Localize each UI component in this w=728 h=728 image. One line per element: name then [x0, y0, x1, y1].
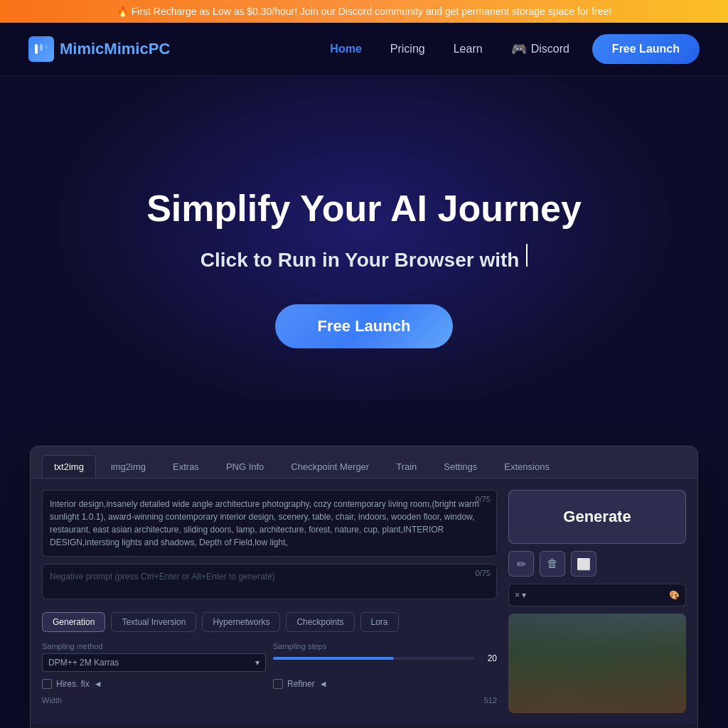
style-selector-value: × ▾ [515, 590, 526, 600]
prompt-token-count: 0/75 [476, 495, 491, 503]
width-row: Width 512 [42, 696, 497, 707]
hero-free-launch-button[interactable]: Free Launch [275, 304, 454, 348]
refiner-checkbox-row[interactable]: Refiner ◄ [273, 679, 497, 689]
sampling-steps-slider[interactable]: 20 [273, 653, 497, 663]
style-apply-icon[interactable]: 🎨 [669, 590, 680, 600]
width-value: 512 [484, 696, 497, 705]
tab-train[interactable]: Train [384, 455, 429, 478]
neg-prompt-placeholder: Negative prompt (press Ctrl+Enter or Alt… [50, 572, 489, 582]
clipboard-icon-button[interactable]: ⬜ [571, 551, 596, 577]
svg-rect-1 [40, 44, 43, 51]
svg-rect-2 [45, 44, 48, 49]
sub-tab-hypernetworks[interactable]: Hypernetworks [202, 612, 280, 632]
nav-pricing[interactable]: Pricing [390, 43, 425, 55]
app-screenshot: txt2img img2img Extras PNG Info Checkpoi… [30, 446, 698, 728]
refiner-label: Refiner [287, 679, 315, 689]
refiner-arrow-icon: ◄ [319, 679, 328, 689]
app-right-panel: Generate ✏ 🗑 ⬜ × ▾ 🎨 [508, 490, 686, 713]
negative-prompt-box[interactable]: Negative prompt (press Ctrl+Enter or Alt… [42, 564, 497, 599]
hero-headline: Simplify Your AI Journey [146, 188, 582, 230]
trash-icon-button[interactable]: 🗑 [540, 551, 565, 577]
generate-button[interactable]: Generate [508, 490, 686, 544]
steps-slider-fill [273, 657, 394, 660]
banner-text: 🔥 First Recharge as Low as $0.30/hour! J… [117, 6, 611, 17]
steps-value: 20 [480, 653, 497, 663]
style-selector[interactable]: × ▾ 🎨 [508, 584, 686, 606]
sub-tab-textual-inversion[interactable]: Textual Inversion [111, 612, 196, 632]
tab-png-info[interactable]: PNG Info [214, 455, 276, 478]
refiner-checkbox[interactable] [273, 679, 283, 689]
result-image-display [508, 614, 686, 713]
nav-learn[interactable]: Learn [454, 43, 483, 55]
sub-tab-generation[interactable]: Generation [42, 612, 105, 632]
generation-settings: Sampling method DPM++ 2M Karras ▾ Sampli… [42, 642, 497, 689]
neg-token-count: 0/75 [476, 569, 491, 577]
hires-fix-row: Hires. fix ◄ [42, 679, 266, 689]
hires-fix-label: Hires. fix [56, 679, 90, 689]
nav-discord[interactable]: 🎮 Discord [511, 41, 569, 57]
logo-text: MimicMimicPC [60, 40, 170, 58]
nav-home[interactable]: Home [330, 43, 361, 55]
sampling-method-label: Sampling method [42, 642, 266, 651]
tab-settings[interactable]: Settings [432, 455, 489, 478]
refiner-row: Refiner ◄ [273, 679, 497, 689]
svg-rect-0 [35, 44, 38, 54]
top-banner: 🔥 First Recharge as Low as $0.30/hour! J… [0, 0, 728, 23]
discord-icon: 🎮 [511, 41, 527, 57]
hires-fix-arrow-icon: ◄ [94, 679, 102, 689]
sampling-method-select[interactable]: DPM++ 2M Karras ▾ [42, 653, 266, 672]
logo-icon [28, 36, 54, 62]
sub-tabs-bar: Generation Textual Inversion Hypernetwor… [42, 606, 497, 635]
hires-fix-checkbox-row[interactable]: Hires. fix ◄ [42, 679, 266, 689]
tab-extensions[interactable]: Extensions [492, 455, 562, 478]
prompt-box[interactable]: Interior design,insanely detailed wide a… [42, 490, 497, 557]
hero-section: Simplify Your AI Journey Click to Run in… [0, 76, 728, 446]
screenshot-section: txt2img img2img Extras PNG Info Checkpoi… [0, 446, 728, 728]
sampling-method-row: Sampling method DPM++ 2M Karras ▾ [42, 642, 266, 672]
tab-img2img[interactable]: img2img [99, 455, 158, 478]
width-label: Width [42, 696, 62, 705]
navbar: MimicMimicPC Home Pricing Learn 🎮 Discor… [0, 23, 728, 76]
nav-free-launch-button[interactable]: Free Launch [592, 34, 700, 64]
logo[interactable]: MimicMimicPC [28, 36, 170, 62]
app-tabs-bar: txt2img img2img Extras PNG Info Checkpoi… [31, 446, 697, 478]
nav-links: Home Pricing Learn 🎮 Discord [330, 41, 569, 57]
app-left-panel: Interior design,insanely detailed wide a… [42, 490, 497, 713]
result-image [508, 614, 686, 713]
sampling-steps-row: Sampling steps 20 [273, 642, 497, 672]
tab-txt2img[interactable]: txt2img [42, 455, 96, 478]
app-body: Interior design,insanely detailed wide a… [31, 478, 697, 724]
steps-slider-track[interactable] [273, 657, 474, 660]
sub-tab-lora[interactable]: Lora [360, 612, 399, 632]
tab-extras[interactable]: Extras [161, 455, 211, 478]
hero-cursor [526, 244, 528, 267]
sampling-steps-label: Sampling steps [273, 642, 497, 651]
hero-subheadline: Click to Run in Your Browser with [200, 244, 528, 272]
action-icons-row: ✏ 🗑 ⬜ [508, 551, 686, 577]
dots-indicator [31, 724, 697, 728]
tab-checkpoint-merger[interactable]: Checkpoint Merger [279, 455, 381, 478]
dropdown-chevron-icon: ▾ [255, 658, 259, 668]
hires-fix-checkbox[interactable] [42, 679, 52, 689]
edit-icon-button[interactable]: ✏ [508, 551, 534, 577]
sub-tab-checkpoints[interactable]: Checkpoints [286, 612, 354, 632]
prompt-text: Interior design,insanely detailed wide a… [50, 498, 489, 549]
